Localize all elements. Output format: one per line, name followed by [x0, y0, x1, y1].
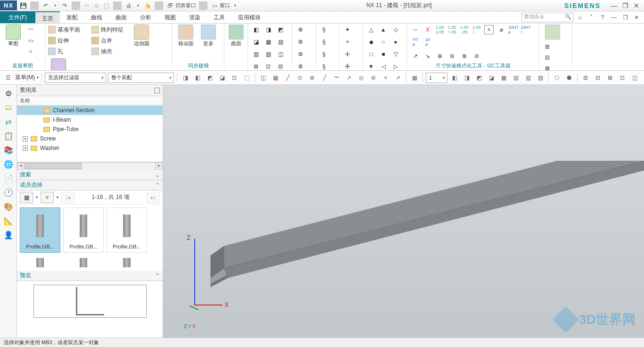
sel-icon[interactable]: ↗: [344, 73, 354, 83]
member-section-header[interactable]: 成员选择⌃: [17, 180, 163, 190]
sel-icon[interactable]: ◧: [449, 73, 460, 83]
tree-item-ibeam[interactable]: I-Beam: [17, 115, 163, 124]
sel-icon[interactable]: ⬢: [564, 73, 574, 83]
tree-item-screw[interactable]: +Screw: [17, 134, 163, 143]
extrude-button[interactable]: 拉伸: [48, 35, 86, 46]
sel-icon[interactable]: ◪: [486, 73, 496, 83]
up-icon[interactable]: ˄: [586, 13, 596, 22]
settings-icon[interactable]: ⚙: [3, 88, 14, 99]
std-icon[interactable]: ⊡: [264, 62, 273, 71]
grid-icon[interactable]: ▦: [409, 73, 420, 83]
tab-view[interactable]: 视图: [158, 11, 182, 23]
model-beam[interactable]: [202, 161, 644, 287]
sel-icon[interactable]: ↗: [393, 73, 403, 83]
measure-icon[interactable]: 📐: [3, 215, 14, 226]
std-icon[interactable]: ▤: [276, 37, 285, 47]
move-face-button[interactable]: 移动面: [175, 25, 196, 46]
sel-icon[interactable]: ▥: [523, 73, 533, 83]
mach-icon[interactable]: ✧: [343, 37, 352, 47]
circle-icon[interactable]: ○: [26, 47, 35, 56]
home-icon[interactable]: ⌂: [575, 13, 585, 22]
minimize-button[interactable]: ―: [609, 2, 619, 9]
doc-minimize-button[interactable]: ―: [609, 13, 619, 22]
thumbnail-item[interactable]: [20, 256, 60, 270]
number-dropdown[interactable]: 1: [426, 73, 447, 83]
edge-blend-button[interactable]: 边倒圆: [131, 25, 152, 46]
palette-icon[interactable]: 🎨: [3, 201, 14, 212]
tree-hscrollbar[interactable]: ◂▸: [17, 162, 163, 170]
mt-icon[interactable]: ▷: [391, 62, 400, 71]
dropdown-icon[interactable]: ▾: [37, 75, 39, 80]
filter-button[interactable]: ▼: [41, 192, 54, 203]
help-icon[interactable]: ?: [598, 13, 607, 22]
std-icon[interactable]: ▥: [251, 50, 261, 59]
dim-icon[interactable]: ↘: [423, 51, 432, 61]
mach-icon[interactable]: ✦: [343, 25, 352, 34]
menu-icon[interactable]: ☰: [3, 73, 13, 83]
sel-icon[interactable]: ▦: [498, 73, 509, 83]
sel-icon[interactable]: ⊙: [295, 73, 305, 83]
touch-icon[interactable]: 👆: [143, 1, 152, 10]
pattern-button[interactable]: 阵列特征: [91, 25, 129, 35]
sel-icon[interactable]: ⬡: [552, 73, 562, 83]
dim-icon[interactable]: H7⌀: [411, 37, 420, 47]
tab-curve[interactable]: 曲线: [84, 11, 109, 23]
gear-icon[interactable]: ⚙: [296, 50, 305, 59]
sel-icon[interactable]: ╱: [282, 73, 293, 83]
dim-icon[interactable]: 10⌀: [423, 37, 432, 47]
expand-icon[interactable]: +: [23, 146, 28, 151]
mt-icon[interactable]: ◆: [366, 37, 376, 47]
browser-icon[interactable]: 📄: [3, 173, 14, 184]
dropdown-icon[interactable]: ▾: [36, 195, 38, 199]
thumbnail-item[interactable]: Profile,GB...: [20, 207, 60, 253]
std-icon[interactable]: ◩: [276, 25, 285, 34]
first-page-button[interactable]: |◂: [61, 192, 74, 203]
last-page-button[interactable]: ▸|: [147, 192, 160, 203]
save-icon[interactable]: 💾: [19, 1, 27, 10]
std-icon[interactable]: ▦: [264, 37, 273, 47]
sel-icon[interactable]: ◪: [217, 73, 227, 83]
thumbnail-item[interactable]: Profile,GB...: [107, 207, 147, 253]
maximize-button[interactable]: ❐: [620, 2, 630, 9]
sel-icon[interactable]: ◫: [258, 73, 268, 83]
tab-render[interactable]: 渲染: [182, 11, 207, 23]
scroll-thumb[interactable]: [25, 163, 82, 169]
copy-icon[interactable]: ⧉: [92, 1, 101, 10]
spring-icon[interactable]: §: [319, 62, 329, 71]
std-icon[interactable]: ◧: [251, 25, 261, 34]
thumbnail-item[interactable]: [107, 256, 147, 270]
preview-section-header[interactable]: 预览⌃: [17, 271, 163, 281]
more-sync-button[interactable]: 更多: [198, 25, 219, 46]
asm-icon[interactable]: ⊠: [543, 64, 552, 71]
tree-item-pipe-tube[interactable]: Pipe-Tube: [17, 124, 163, 134]
shell-button[interactable]: 抽壳: [91, 46, 129, 57]
sel-icon[interactable]: ⊡: [617, 73, 627, 83]
mt-icon[interactable]: ▲: [379, 25, 388, 34]
mt-icon[interactable]: ◇: [391, 25, 400, 34]
sel-icon[interactable]: ▧: [535, 73, 545, 83]
dim-icon[interactable]: ⊘: [472, 51, 481, 61]
sketch-curve-icon[interactable]: 〰: [26, 25, 35, 34]
constraint-icon[interactable]: ⇄: [3, 116, 14, 127]
dim-icon[interactable]: ⊖: [447, 51, 457, 61]
sel-icon[interactable]: ⊞: [580, 73, 591, 83]
std-icon[interactable]: ▧: [264, 50, 273, 59]
dim-icon[interactable]: 1.00+.05: [447, 25, 457, 34]
thumbnail-item[interactable]: Profile,GB...: [63, 207, 104, 253]
tree-column-header[interactable]: 名称: [17, 96, 163, 106]
dropdown-icon[interactable]: ▾: [51, 1, 59, 10]
work-csys[interactable]: Z X: [182, 234, 224, 319]
dim-icon[interactable]: X: [423, 25, 432, 34]
dim-icon[interactable]: 10H7↕: [521, 25, 530, 34]
3d-viewport[interactable]: Z X Z Y X 3D世界网: [163, 85, 644, 338]
doc-close-button[interactable]: ✕: [632, 13, 641, 22]
sel-icon[interactable]: ▤: [511, 73, 521, 83]
sel-icon[interactable]: ⊡: [229, 73, 239, 83]
menu-label[interactable]: 菜单(M): [15, 74, 35, 82]
asm-icon[interactable]: ⊞: [543, 42, 552, 51]
print-icon[interactable]: 🖨: [124, 1, 133, 10]
asm-icon[interactable]: ⊟: [543, 53, 552, 62]
dim-icon[interactable]: 10H7⌀: [509, 25, 518, 34]
tab-home[interactable]: 主页: [35, 11, 60, 23]
sel-icon[interactable]: ⊠: [605, 73, 615, 83]
